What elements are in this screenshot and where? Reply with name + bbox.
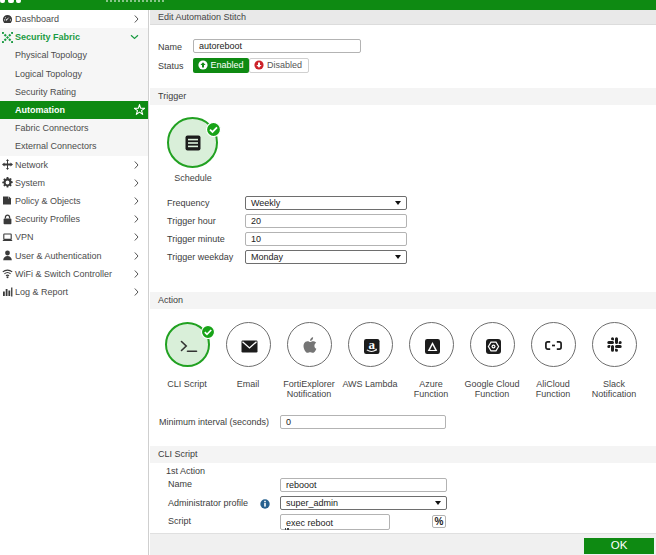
svg-text:a: a bbox=[368, 339, 375, 352]
